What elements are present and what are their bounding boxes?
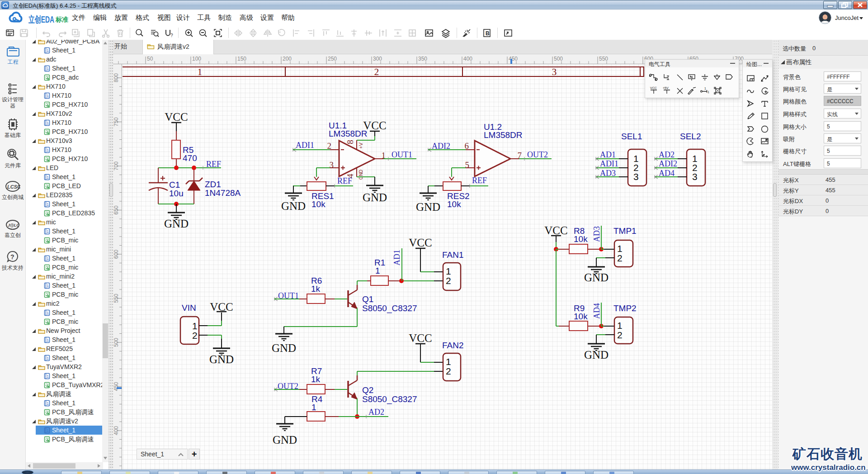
svg-text:1: 1	[446, 356, 451, 367]
svg-text:1: 1	[47, 284, 49, 288]
svg-text:250: 250	[328, 56, 337, 62]
svg-text:AD3: AD3	[600, 169, 616, 178]
svg-text:1: 1	[708, 90, 709, 94]
svg-text:1: 1	[617, 243, 623, 254]
svg-text:1: 1	[704, 87, 706, 90]
svg-text:+V: +V	[358, 142, 363, 148]
svg-text:J@LC: J@LC	[8, 223, 19, 228]
svg-text:GND: GND	[416, 201, 440, 213]
svg-text:100: 100	[192, 56, 201, 62]
svg-text:1k: 1k	[311, 284, 321, 294]
svg-text:Q2: Q2	[362, 385, 373, 395]
svg-text:1: 1	[47, 148, 49, 152]
svg-text:10k: 10k	[447, 199, 461, 209]
svg-text:VCC: VCC	[544, 224, 567, 237]
svg-text:10u: 10u	[169, 189, 184, 198]
svg-text:1: 1	[47, 94, 49, 98]
svg-text:2: 2	[617, 330, 623, 340]
svg-text:1: 1	[47, 66, 49, 71]
svg-text:AD1: AD1	[392, 250, 401, 265]
svg-text:600: 600	[113, 250, 119, 259]
svg-text:5: 5	[465, 160, 470, 170]
svg-text:1: 1	[47, 48, 49, 53]
svg-text:1: 1	[375, 266, 380, 275]
svg-text:2: 2	[617, 253, 623, 263]
svg-text:1: 1	[311, 403, 316, 412]
svg-text:GND: GND	[272, 342, 296, 354]
svg-text:1: 1	[47, 121, 49, 125]
svg-text:1: 1	[382, 151, 386, 160]
svg-text:GND: GND	[584, 349, 609, 361]
svg-text:550: 550	[599, 56, 608, 62]
svg-text:400: 400	[463, 56, 472, 62]
svg-text:TMP2: TMP2	[613, 303, 637, 313]
svg-text:GND: GND	[363, 191, 387, 204]
svg-text:SEL2: SEL2	[680, 132, 701, 141]
svg-text:1: 1	[47, 229, 49, 234]
svg-text:B: B	[486, 30, 490, 37]
svg-text:VCC: VCC	[210, 301, 233, 313]
svg-text:GND: GND	[584, 271, 609, 284]
svg-text:AD1: AD1	[600, 150, 616, 159]
svg-text:3: 3	[552, 66, 557, 77]
svg-text:OUT2: OUT2	[527, 150, 548, 159]
svg-text:AD2: AD2	[368, 408, 384, 417]
svg-text:50: 50	[147, 56, 153, 62]
svg-text:C1: C1	[169, 180, 180, 190]
svg-text:350: 350	[418, 56, 427, 62]
svg-text:LCSC: LCSC	[7, 184, 20, 190]
svg-text:GND: GND	[273, 434, 297, 446]
svg-text:2: 2	[374, 66, 379, 77]
svg-text:650: 650	[113, 205, 119, 214]
svg-text:?: ?	[10, 253, 14, 261]
svg-text:VCC: VCC	[363, 119, 386, 132]
svg-text:800: 800	[113, 73, 119, 82]
svg-text:VCC: VCC	[650, 86, 657, 90]
svg-text:标准: 标准	[55, 16, 68, 23]
svg-text:ZD1: ZD1	[205, 180, 221, 189]
svg-text:1: 1	[47, 256, 49, 261]
svg-text:500: 500	[554, 56, 563, 62]
svg-text:VCC: VCC	[165, 111, 188, 123]
svg-text:3: 3	[692, 171, 698, 182]
svg-text:1: 1	[198, 66, 203, 77]
svg-text:OUT1: OUT1	[392, 150, 412, 159]
svg-text:470: 470	[183, 153, 197, 163]
svg-text:3: 3	[633, 171, 639, 182]
svg-text:750: 750	[113, 117, 119, 126]
svg-text:1: 1	[47, 338, 49, 342]
svg-text:150: 150	[237, 56, 246, 62]
svg-text:1: 1	[47, 374, 49, 379]
svg-text:10k: 10k	[574, 312, 588, 321]
svg-text:立创EDA: 立创EDA	[28, 14, 54, 24]
svg-text:GND: GND	[281, 200, 306, 212]
svg-text:1: 1	[47, 356, 49, 360]
svg-text:AD4: AD4	[659, 169, 675, 178]
svg-text:1: 1	[47, 311, 49, 315]
svg-text:1: 1	[617, 320, 623, 331]
svg-text:3: 3	[330, 160, 334, 170]
svg-text:LM358DR: LM358DR	[484, 130, 523, 140]
svg-text:GND: GND	[209, 353, 234, 365]
svg-text:450: 450	[113, 382, 119, 391]
svg-text:+5V: +5V	[663, 86, 669, 90]
svg-text:VCC: VCC	[409, 237, 432, 249]
svg-text:REF: REF	[206, 160, 221, 169]
svg-text:1k: 1k	[311, 374, 321, 384]
svg-text:AD4: AD4	[592, 303, 601, 319]
svg-text:2: 2	[446, 366, 451, 376]
svg-text:S8050_C8327: S8050_C8327	[362, 303, 417, 313]
svg-text:TMP1: TMP1	[613, 226, 637, 236]
svg-text:1: 1	[446, 266, 451, 276]
svg-text:1: 1	[47, 401, 49, 406]
svg-text:VIN: VIN	[182, 303, 196, 313]
svg-text:AD2: AD2	[659, 150, 675, 159]
svg-text:2: 2	[327, 141, 332, 151]
svg-text:Q1: Q1	[362, 294, 373, 304]
svg-text:AD3: AD3	[592, 226, 601, 242]
svg-text:10k: 10k	[574, 234, 588, 244]
svg-text:REF: REF	[472, 176, 487, 185]
svg-text:7: 7	[518, 151, 522, 160]
svg-text:GND: GND	[164, 218, 189, 230]
svg-text:LM358DR: LM358DR	[329, 129, 368, 138]
